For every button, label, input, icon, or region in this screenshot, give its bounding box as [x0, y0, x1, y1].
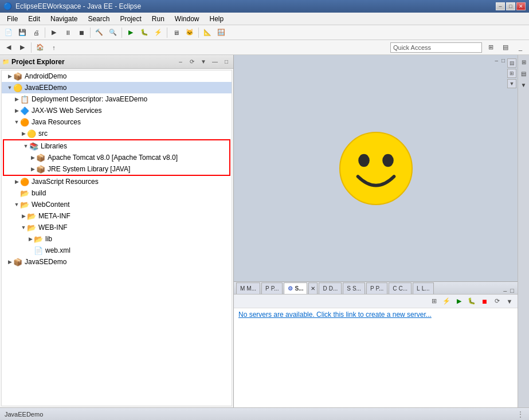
menu-item-navigate[interactable]: Navigate: [46, 14, 82, 24]
pe-minimize-btn[interactable]: –: [176, 57, 185, 66]
perspective-button[interactable]: 📐: [201, 27, 214, 38]
rs-btn-3[interactable]: ▼: [519, 80, 528, 89]
forward-button[interactable]: ▶: [16, 42, 29, 53]
bottom-tab-label-properties: P...: [271, 285, 279, 292]
pause-button[interactable]: ⏸: [61, 27, 74, 38]
tree-item-jaxws[interactable]: ▶ 🔷 JAX-WS Web Services: [2, 105, 232, 116]
create-server-link[interactable]: No servers are available. Click this lin…: [238, 311, 432, 319]
debug-button[interactable]: 🐛: [138, 27, 151, 38]
tree-item-javaeedemo[interactable]: ▼ 🟡 JavaEEDemo: [2, 82, 232, 93]
title-bar-left: 🔵 EclipseEEWorkspace - Java EE - Eclipse: [3, 2, 141, 10]
icon-libraries: 📚: [29, 142, 38, 151]
tree-item-deployment[interactable]: ▶ 📋 Deployment Descriptor: JavaEEDemo: [2, 93, 232, 105]
editor-ctrl-2[interactable]: ⊞: [507, 69, 516, 78]
stop-button[interactable]: ⏹: [75, 27, 88, 38]
menu-item-edit[interactable]: Edit: [23, 14, 45, 24]
bottom-tab-log[interactable]: L L...: [413, 282, 433, 294]
up-button[interactable]: ↑: [48, 42, 60, 53]
editor-maximize-btn[interactable]: □: [500, 57, 506, 64]
menu-item-search[interactable]: Search: [83, 14, 114, 24]
pe-maximize-btn[interactable]: □: [222, 57, 231, 66]
run-debug-button[interactable]: ▶: [48, 27, 60, 38]
view-layout-button[interactable]: ▤: [499, 42, 512, 53]
menu-item-window[interactable]: Window: [170, 14, 204, 24]
pe-menu-btn[interactable]: ▼: [199, 57, 208, 66]
project-explorer-header: 📁 Project Explorer – ⟳ ▼ — □: [0, 55, 233, 69]
pe-sync-btn[interactable]: ⟳: [187, 57, 197, 66]
minimize-view-button[interactable]: _: [514, 42, 527, 53]
run-green-button[interactable]: ▶: [124, 27, 137, 38]
tree-item-jre[interactable]: ▶ 📦 JRE System Library [JAVA]: [4, 163, 229, 175]
tree-item-webxml[interactable]: 📄 web.xml: [2, 245, 232, 256]
home-button[interactable]: 🏠: [34, 42, 46, 53]
tree-item-build[interactable]: 📂 build: [2, 187, 232, 199]
maximize-button[interactable]: □: [506, 2, 515, 10]
server-debug-btn[interactable]: 🐛: [466, 296, 477, 307]
tree-label-src: src: [38, 129, 48, 138]
server-new-btn[interactable]: ⊞: [428, 296, 440, 307]
toolbar2: ◀ ▶ 🏠 ↑ Quick Access ⊞ ▤ _: [0, 40, 529, 55]
bottom-tab-close[interactable]: ✕: [308, 282, 318, 294]
new-button[interactable]: 📄: [2, 27, 15, 38]
bottom-tab-console[interactable]: C C...: [389, 282, 412, 294]
server-button[interactable]: 🖥: [170, 27, 182, 38]
tree-label-webxml: web.xml: [45, 246, 70, 254]
tree-item-tomcat[interactable]: ▶ 📦 Apache Tomcat v8.0 [Apache Tomcat v8…: [4, 152, 229, 163]
server-restart-btn[interactable]: ⟳: [491, 296, 503, 307]
bottom-tab-snippets[interactable]: S S...: [343, 282, 365, 294]
print-button[interactable]: 🖨: [30, 27, 42, 38]
rs-btn-1[interactable]: ⊞: [519, 57, 528, 66]
window-button[interactable]: 🪟: [215, 27, 228, 38]
profile-button[interactable]: ⚡: [152, 27, 164, 38]
server-stop-btn[interactable]: ⏹: [479, 296, 490, 307]
tree-item-metainf[interactable]: ▶ 📂 META-INF: [2, 210, 232, 222]
open-perspective-button[interactable]: ⊞: [484, 42, 497, 53]
server-connect-btn[interactable]: ⚡: [441, 296, 452, 307]
menu-item-project[interactable]: Project: [115, 14, 146, 24]
bottom-tab-servers[interactable]: ⚙ S...: [284, 282, 307, 294]
back-button[interactable]: ◀: [2, 42, 15, 53]
editor-ctrl-1[interactable]: ▤: [507, 58, 516, 68]
bottom-tab-properties[interactable]: P P...: [261, 282, 283, 294]
bottom-panel-maximize-btn[interactable]: □: [509, 287, 515, 294]
build-button[interactable]: 🔨: [93, 27, 105, 38]
tree-item-webcontent[interactable]: ▼ 📂 WebContent: [2, 199, 232, 210]
toolbar2-right: Quick Access ⊞ ▤ _: [390, 42, 527, 53]
editor-ctrl-3[interactable]: ▼: [507, 79, 516, 88]
menu-item-file[interactable]: File: [2, 14, 22, 24]
icon-metainf: 📂: [27, 212, 36, 221]
tree-item-jsresources[interactable]: ▶ 🟠 JavaScript Resources: [2, 176, 232, 187]
save-button[interactable]: 💾: [16, 27, 29, 38]
close-button[interactable]: ✕: [516, 2, 526, 10]
bottom-tab-data[interactable]: D D...: [319, 282, 342, 294]
tree-item-src[interactable]: ▶ 🟡 src: [2, 128, 232, 139]
tree-item-androiddemo[interactable]: ▶ 📦 AndroidDemo: [2, 70, 232, 82]
tree-item-libraries[interactable]: ▼ 📚 Libraries: [4, 140, 229, 152]
bottom-tab-label-log: L...: [422, 285, 430, 292]
tree-arrow-metainf: ▶: [20, 213, 27, 219]
tree-item-webinf[interactable]: ▼ 📂 WEB-INF: [2, 222, 232, 233]
tree-item-lib[interactable]: ▶ 📂 lib: [2, 233, 232, 245]
menu-item-help[interactable]: Help: [205, 14, 229, 24]
tomcat-button[interactable]: 🐱: [183, 27, 196, 38]
tree-item-javaresources[interactable]: ▼ 🟠 Java Resources: [2, 116, 232, 128]
quick-access-input[interactable]: Quick Access: [390, 42, 482, 53]
icon-tomcat: 📦: [36, 154, 45, 162]
separator4: [167, 28, 167, 38]
toolbar1: 📄 💾 🖨 ▶ ⏸ ⏹ 🔨 🔍 ▶ 🐛 ⚡ 🖥 🐱 📐 🪟: [0, 25, 529, 40]
search-button[interactable]: 🔍: [107, 27, 119, 38]
tree-label-jre: JRE System Library [JAVA]: [48, 165, 130, 173]
pe-minimize2-btn[interactable]: —: [210, 57, 220, 66]
tree-item-javase[interactable]: ▶ 📦 JavaSEDemo: [2, 256, 232, 268]
minimize-button[interactable]: –: [496, 2, 505, 10]
bottom-panel-minimize-btn[interactable]: –: [502, 287, 508, 294]
icon-src: 🟡: [27, 129, 36, 138]
bottom-tab-palettes[interactable]: P P...: [366, 282, 387, 294]
tab-icon-console: C: [393, 285, 397, 292]
menu-item-run[interactable]: Run: [147, 14, 169, 24]
bottom-tab-markers[interactable]: M M...: [236, 282, 260, 294]
server-menu-btn[interactable]: ▼: [504, 296, 515, 307]
rs-btn-2[interactable]: ▤: [519, 69, 528, 78]
server-run-btn[interactable]: ▶: [453, 296, 465, 307]
editor-minimize-btn[interactable]: –: [493, 57, 499, 64]
